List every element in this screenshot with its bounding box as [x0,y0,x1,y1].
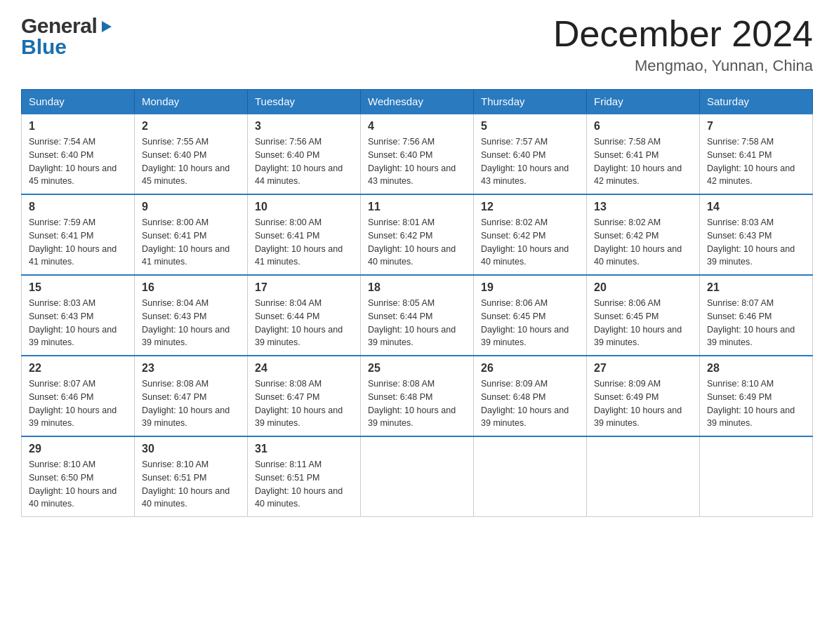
calendar-week-5: 29 Sunrise: 8:10 AM Sunset: 6:50 PM Dayl… [22,436,813,517]
day-number: 10 [255,201,353,213]
day-info: Sunrise: 8:06 AM Sunset: 6:45 PM Dayligh… [481,297,579,349]
day-info: Sunrise: 7:57 AM Sunset: 6:40 PM Dayligh… [481,135,579,188]
calendar-cell: 26 Sunrise: 8:09 AM Sunset: 6:48 PM Dayl… [474,356,587,436]
calendar-cell: 31 Sunrise: 8:11 AM Sunset: 6:51 PM Dayl… [248,436,361,517]
calendar-cell: 7 Sunrise: 7:58 AM Sunset: 6:41 PM Dayli… [700,114,813,194]
calendar-cell: 3 Sunrise: 7:56 AM Sunset: 6:40 PM Dayli… [248,114,361,194]
day-info: Sunrise: 8:00 AM Sunset: 6:41 PM Dayligh… [255,216,353,269]
calendar-header: SundayMondayTuesdayWednesdayThursdayFrid… [22,90,813,114]
day-of-week-sunday: Sunday [22,90,135,114]
calendar-cell: 4 Sunrise: 7:56 AM Sunset: 6:40 PM Dayli… [361,114,474,194]
calendar-cell: 22 Sunrise: 8:07 AM Sunset: 6:46 PM Dayl… [22,356,135,436]
calendar-week-4: 22 Sunrise: 8:07 AM Sunset: 6:46 PM Dayl… [22,356,813,436]
day-number: 27 [594,362,692,375]
day-info: Sunrise: 8:10 AM Sunset: 6:50 PM Dayligh… [29,458,127,511]
logo: General Blue [21,14,114,59]
calendar-cell: 14 Sunrise: 8:03 AM Sunset: 6:43 PM Dayl… [700,194,813,275]
day-number: 21 [707,281,805,294]
day-number: 13 [594,201,692,213]
day-number: 2 [142,120,240,133]
calendar-cell: 5 Sunrise: 7:57 AM Sunset: 6:40 PM Dayli… [474,114,587,194]
calendar-cell: 12 Sunrise: 8:02 AM Sunset: 6:42 PM Dayl… [474,194,587,275]
day-number: 16 [142,281,240,294]
calendar-cell: 15 Sunrise: 8:03 AM Sunset: 6:43 PM Dayl… [22,275,135,356]
calendar-cell [361,436,474,517]
calendar-cell: 30 Sunrise: 8:10 AM Sunset: 6:51 PM Dayl… [135,436,248,517]
calendar-cell: 2 Sunrise: 7:55 AM Sunset: 6:40 PM Dayli… [135,114,248,194]
day-info: Sunrise: 8:00 AM Sunset: 6:41 PM Dayligh… [142,216,240,269]
day-info: Sunrise: 8:08 AM Sunset: 6:48 PM Dayligh… [368,377,466,430]
day-number: 22 [29,362,127,375]
day-info: Sunrise: 7:54 AM Sunset: 6:40 PM Dayligh… [29,135,127,188]
calendar-cell: 9 Sunrise: 8:00 AM Sunset: 6:41 PM Dayli… [135,194,248,275]
calendar-cell: 24 Sunrise: 8:08 AM Sunset: 6:47 PM Dayl… [248,356,361,436]
month-title: December 2024 [553,14,813,54]
day-info: Sunrise: 7:56 AM Sunset: 6:40 PM Dayligh… [255,135,353,188]
calendar-cell [587,436,700,517]
calendar-cell: 10 Sunrise: 8:00 AM Sunset: 6:41 PM Dayl… [248,194,361,275]
day-info: Sunrise: 8:04 AM Sunset: 6:43 PM Dayligh… [142,297,240,349]
day-of-week-tuesday: Tuesday [248,90,361,114]
day-number: 25 [368,362,466,375]
day-info: Sunrise: 8:07 AM Sunset: 6:46 PM Dayligh… [707,297,805,349]
day-number: 29 [29,443,127,455]
day-of-week-monday: Monday [135,90,248,114]
day-info: Sunrise: 8:02 AM Sunset: 6:42 PM Dayligh… [481,216,579,269]
day-of-week-saturday: Saturday [700,90,813,114]
day-number: 14 [707,201,805,213]
calendar-cell: 1 Sunrise: 7:54 AM Sunset: 6:40 PM Dayli… [22,114,135,194]
day-number: 7 [707,120,805,133]
calendar-cell: 28 Sunrise: 8:10 AM Sunset: 6:49 PM Dayl… [700,356,813,436]
day-info: Sunrise: 7:55 AM Sunset: 6:40 PM Dayligh… [142,135,240,188]
title-block: December 2024 Mengmao, Yunnan, China [553,14,813,75]
calendar-cell: 23 Sunrise: 8:08 AM Sunset: 6:47 PM Dayl… [135,356,248,436]
day-number: 11 [368,201,466,213]
day-number: 6 [594,120,692,133]
calendar-cell: 29 Sunrise: 8:10 AM Sunset: 6:50 PM Dayl… [22,436,135,517]
day-number: 26 [481,362,579,375]
day-info: Sunrise: 8:08 AM Sunset: 6:47 PM Dayligh… [255,377,353,430]
day-number: 20 [594,281,692,294]
day-info: Sunrise: 8:09 AM Sunset: 6:49 PM Dayligh… [594,377,692,430]
calendar-cell: 16 Sunrise: 8:04 AM Sunset: 6:43 PM Dayl… [135,275,248,356]
day-number: 8 [29,201,127,213]
calendar-cell: 20 Sunrise: 8:06 AM Sunset: 6:45 PM Dayl… [587,275,700,356]
day-number: 5 [481,120,579,133]
calendar-cell: 6 Sunrise: 7:58 AM Sunset: 6:41 PM Dayli… [587,114,700,194]
day-info: Sunrise: 8:11 AM Sunset: 6:51 PM Dayligh… [255,458,353,511]
calendar-cell: 25 Sunrise: 8:08 AM Sunset: 6:48 PM Dayl… [361,356,474,436]
calendar-week-1: 1 Sunrise: 7:54 AM Sunset: 6:40 PM Dayli… [22,114,813,194]
calendar-cell: 18 Sunrise: 8:05 AM Sunset: 6:44 PM Dayl… [361,275,474,356]
calendar-cell: 17 Sunrise: 8:04 AM Sunset: 6:44 PM Dayl… [248,275,361,356]
day-info: Sunrise: 8:10 AM Sunset: 6:49 PM Dayligh… [707,377,805,430]
day-number: 18 [368,281,466,294]
calendar-cell [700,436,813,517]
day-info: Sunrise: 7:58 AM Sunset: 6:41 PM Dayligh… [594,135,692,188]
day-info: Sunrise: 8:07 AM Sunset: 6:46 PM Dayligh… [29,377,127,430]
calendar-week-3: 15 Sunrise: 8:03 AM Sunset: 6:43 PM Dayl… [22,275,813,356]
logo-arrow-icon [99,19,114,34]
day-info: Sunrise: 8:10 AM Sunset: 6:51 PM Dayligh… [142,458,240,511]
day-number: 23 [142,362,240,375]
location-subtitle: Mengmao, Yunnan, China [553,57,813,75]
day-number: 31 [255,443,353,455]
day-number: 4 [368,120,466,133]
calendar-cell [474,436,587,517]
days-of-week-row: SundayMondayTuesdayWednesdayThursdayFrid… [22,90,813,114]
svg-marker-0 [102,21,112,32]
day-info: Sunrise: 8:01 AM Sunset: 6:42 PM Dayligh… [368,216,466,269]
calendar-cell: 13 Sunrise: 8:02 AM Sunset: 6:42 PM Dayl… [587,194,700,275]
day-info: Sunrise: 8:09 AM Sunset: 6:48 PM Dayligh… [481,377,579,430]
day-number: 15 [29,281,127,294]
day-info: Sunrise: 8:08 AM Sunset: 6:47 PM Dayligh… [142,377,240,430]
logo-blue: Blue [21,35,67,59]
calendar-cell: 21 Sunrise: 8:07 AM Sunset: 6:46 PM Dayl… [700,275,813,356]
calendar-cell: 8 Sunrise: 7:59 AM Sunset: 6:41 PM Dayli… [22,194,135,275]
calendar-cell: 27 Sunrise: 8:09 AM Sunset: 6:49 PM Dayl… [587,356,700,436]
day-of-week-friday: Friday [587,90,700,114]
day-info: Sunrise: 8:06 AM Sunset: 6:45 PM Dayligh… [594,297,692,349]
day-number: 19 [481,281,579,294]
calendar-cell: 19 Sunrise: 8:06 AM Sunset: 6:45 PM Dayl… [474,275,587,356]
day-of-week-wednesday: Wednesday [361,90,474,114]
day-number: 12 [481,201,579,213]
